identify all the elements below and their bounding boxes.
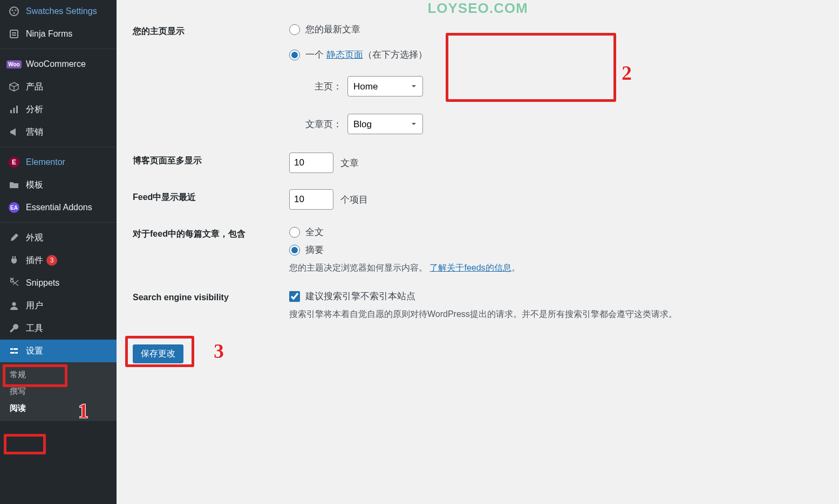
- stats-icon: [6, 104, 22, 115]
- blog-limit-input[interactable]: [289, 153, 333, 173]
- woo-icon: Woo: [6, 60, 22, 68]
- feed-limit-heading: Feed中显示最近: [133, 181, 284, 218]
- svg-rect-15: [10, 352, 15, 354]
- sidebar-item-essential-addons[interactable]: EAEssential Addons: [0, 196, 117, 219]
- sidebar-subitem-0[interactable]: 常规: [0, 367, 117, 383]
- radio-latest-posts-label: 您的最新文章: [305, 23, 360, 36]
- sidebar-item-9[interactable]: 模板: [0, 174, 117, 196]
- homepage-heading: 您的主页显示: [133, 15, 284, 144]
- svg-point-1: [12, 10, 13, 11]
- radio-feed-full[interactable]: [289, 227, 300, 238]
- box-icon: [6, 81, 22, 92]
- watermark-text: LOYSEO.COM: [427, 0, 528, 17]
- sidebar-item-label: 营销: [26, 127, 43, 138]
- brush-icon: [6, 232, 22, 243]
- seo-desc: 搜索引擎将本着自觉自愿的原则对待WordPress提出的请求。并不是所有搜索引擎…: [289, 309, 822, 320]
- form-icon: [6, 29, 22, 39]
- sidebar-subitem-2[interactable]: 阅读: [0, 400, 117, 417]
- checkbox-discourage-search[interactable]: [289, 291, 300, 302]
- plug-icon: [6, 255, 22, 266]
- elementor-icon: E: [6, 157, 22, 168]
- svg-rect-14: [13, 348, 18, 350]
- radio-latest-posts[interactable]: [289, 24, 300, 35]
- sidebar-item-label: Snippets: [26, 278, 59, 288]
- sidebar-item-5[interactable]: 分析: [0, 98, 117, 121]
- posts-page-select-label: 文章页：: [299, 118, 342, 130]
- sidebar-item-label: 设置: [26, 346, 43, 357]
- svg-rect-16: [15, 352, 18, 354]
- annotation-box-reading: [4, 434, 46, 454]
- sidebar-separator: [0, 147, 117, 151]
- sidebar-item-label: 用户: [26, 300, 43, 312]
- radio-static-page-label: 一个 静态页面（在下方选择）: [305, 49, 427, 61]
- sidebar-subitem-1[interactable]: 撰写: [0, 383, 117, 400]
- feed-learn-more-link[interactable]: 了解关于feeds的信息: [429, 263, 511, 272]
- admin-sidebar: Swatches SettingsNinja FormsWooWooCommer…: [0, 0, 117, 504]
- sidebar-item-woocommerce[interactable]: WooWooCommerce: [0, 53, 117, 75]
- sidebar-item-swatches-settings[interactable]: Swatches Settings: [0, 0, 117, 23]
- sidebar-item-13[interactable]: 插件3: [0, 249, 117, 272]
- sidebar-item-label: WooCommerce: [26, 59, 86, 69]
- static-suffix: （在下方选择）: [363, 50, 427, 60]
- feed-content-desc: 您的主题决定浏览器如何显示内容。 了解关于feeds的信息。: [289, 263, 822, 274]
- settings-icon: [6, 346, 22, 356]
- sidebar-item-label: 插件: [26, 255, 43, 266]
- sidebar-item-label: 产品: [26, 81, 43, 93]
- sidebar-item-label: Ninja Forms: [26, 29, 72, 39]
- feed-content-heading: 对于feed中的每篇文章，包含: [133, 218, 284, 282]
- sidebar-item-snippets[interactable]: Snippets: [0, 272, 117, 294]
- update-badge: 3: [46, 255, 57, 266]
- sidebar-item-17[interactable]: 设置: [0, 340, 117, 362]
- feed-limit-input[interactable]: [289, 189, 333, 210]
- feed-desc-suffix: 。: [511, 263, 520, 272]
- sidebar-item-6[interactable]: 营销: [0, 121, 117, 143]
- radio-feed-summary[interactable]: [289, 245, 300, 256]
- wrench-icon: [6, 323, 22, 334]
- posts-page-select[interactable]: Blog: [347, 114, 423, 134]
- static-prefix: 一个: [305, 50, 326, 60]
- sidebar-item-label: Elementor: [26, 157, 65, 167]
- svg-point-2: [15, 10, 17, 11]
- folder-icon: [6, 179, 22, 190]
- user-icon: [6, 300, 22, 311]
- homepage-select-label: 主页：: [299, 80, 342, 93]
- ea-icon: EA: [6, 202, 22, 213]
- svg-point-12: [12, 302, 16, 306]
- radio-feed-summary-label: 摘要: [305, 244, 324, 256]
- svg-rect-13: [10, 348, 13, 350]
- sidebar-separator: [0, 222, 117, 226]
- sidebar-item-ninja-forms[interactable]: Ninja Forms: [0, 23, 117, 45]
- sidebar-item-elementor[interactable]: EElementor: [0, 151, 117, 174]
- sidebar-item-15[interactable]: 用户: [0, 294, 117, 317]
- svg-rect-4: [10, 30, 18, 38]
- homepage-select[interactable]: Home: [347, 76, 423, 96]
- sidebar-item-label: Swatches Settings: [26, 6, 97, 16]
- feed-desc-prefix: 您的主题决定浏览器如何显示内容。: [289, 263, 427, 272]
- svg-rect-7: [10, 110, 12, 113]
- save-changes-button[interactable]: 保存更改: [133, 344, 183, 363]
- seo-heading: Search engine visibility: [133, 282, 284, 328]
- svg-point-3: [13, 12, 15, 14]
- sidebar-item-12[interactable]: 外观: [0, 226, 117, 249]
- sidebar-item-4[interactable]: 产品: [0, 75, 117, 98]
- feed-limit-unit: 个项目: [340, 195, 368, 205]
- static-page-link[interactable]: 静态页面: [326, 50, 363, 60]
- megaphone-icon: [6, 127, 22, 137]
- radio-static-page[interactable]: [289, 50, 300, 60]
- radio-feed-full-label: 全文: [305, 226, 324, 238]
- svg-point-0: [10, 7, 18, 16]
- blog-limit-unit: 文章: [340, 158, 359, 168]
- sidebar-item-label: Essential Addons: [26, 203, 92, 212]
- sidebar-item-label: 分析: [26, 104, 43, 115]
- annotation-number-3: 3: [214, 339, 224, 363]
- checkbox-discourage-search-label: 建议搜索引擎不索引本站点: [305, 290, 415, 302]
- svg-rect-8: [13, 108, 15, 113]
- settings-form-table: 您的主页显示 您的最新文章 一个 静态页面（在下方选择） 主页：: [133, 15, 827, 328]
- sidebar-item-label: 工具: [26, 323, 43, 334]
- sidebar-item-label: 模板: [26, 179, 43, 191]
- svg-rect-9: [16, 106, 18, 113]
- sidebar-separator: [0, 49, 117, 53]
- svg-point-11: [11, 278, 13, 279]
- sidebar-item-16[interactable]: 工具: [0, 317, 117, 340]
- main-content: LOYSEO.COM 您的主页显示 您的最新文章 一个 静态页面（在下方选择）: [117, 0, 839, 504]
